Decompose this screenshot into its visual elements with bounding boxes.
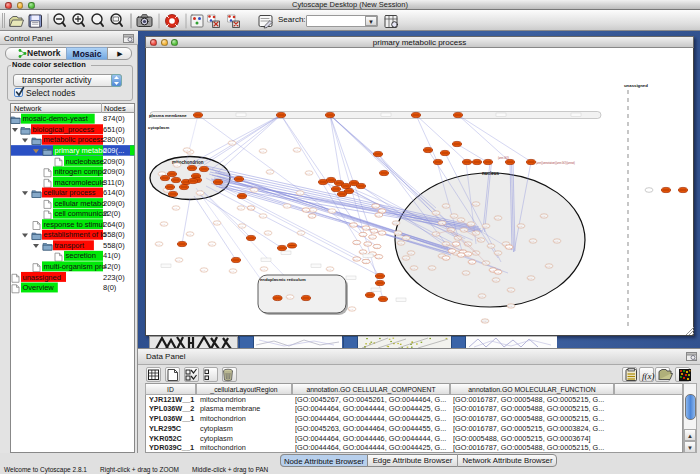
svg-text:(....): (....)	[506, 246, 510, 248]
svg-text:mosaic-demo-yeast: mosaic-demo-yeast	[23, 114, 89, 123]
svg-text:(....): (....)	[298, 232, 302, 234]
svg-text:209(0): 209(0)	[103, 167, 125, 176]
svg-text:(....): (....)	[403, 237, 407, 239]
svg-text:(....): (....)	[371, 230, 375, 232]
svg-text:41(0): 41(0)	[103, 251, 121, 260]
svg-text:transport: transport	[55, 241, 86, 250]
svg-text:(....): (....)	[261, 268, 265, 270]
svg-text:(....): (....)	[229, 142, 233, 144]
svg-text:(....): (....)	[508, 289, 512, 291]
svg-text:establishment of lo: establishment of lo	[44, 230, 107, 239]
svg-text:(....): (....)	[443, 257, 447, 259]
svg-text:(....): (....)	[297, 192, 301, 194]
svg-text:(....): (....)	[267, 171, 271, 173]
svg-text:biological_process: biological_process	[33, 125, 95, 134]
svg-text:(....): (....)	[184, 149, 188, 151]
svg-text:(....): (....)	[360, 234, 364, 236]
svg-text:558(0): 558(0)	[103, 230, 125, 239]
svg-text:cellular metabo: cellular metabo	[55, 199, 106, 208]
svg-text:874(0): 874(0)	[103, 114, 125, 123]
svg-text:614(0): 614(0)	[103, 188, 125, 197]
svg-text:(....): (....)	[546, 265, 550, 267]
svg-text:(....): (....)	[443, 205, 447, 207]
svg-text:(....): (....)	[161, 223, 165, 225]
svg-text:Overview: Overview	[23, 283, 55, 292]
svg-text:(....): (....)	[197, 192, 201, 194]
svg-text:(....): (....)	[351, 224, 355, 226]
svg-text:response to stimul: response to stimul	[44, 220, 105, 229]
svg-text:(....): (....)	[503, 243, 507, 245]
svg-text:(....): (....)	[306, 172, 310, 174]
svg-text:(....): (....)	[251, 189, 255, 191]
svg-text:(....): (....)	[463, 272, 467, 274]
svg-text:(....): (....)	[490, 269, 494, 271]
svg-text:(....): (....)	[354, 242, 358, 244]
svg-text:(....): (....)	[327, 268, 331, 270]
svg-text:209(0): 209(0)	[103, 199, 125, 208]
svg-text:(....): (....)	[379, 210, 383, 212]
svg-text:(....): (....)	[408, 252, 412, 254]
svg-text:primary metabo: primary metabo	[55, 146, 107, 155]
svg-text:(....): (....)	[354, 258, 358, 260]
svg-text:(....): (....)	[159, 173, 163, 175]
svg-text:cytoplasm: cytoplasm	[148, 125, 169, 130]
svg-text:(....): (....)	[465, 253, 469, 255]
svg-text:(....): (....)	[554, 240, 558, 242]
svg-text:(....): (....)	[303, 209, 307, 211]
svg-text:(....): (....)	[214, 222, 218, 224]
svg-text:264(0): 264(0)	[103, 220, 125, 229]
svg-text:280(0): 280(0)	[103, 135, 125, 144]
svg-text:558(0): 558(0)	[103, 241, 125, 250]
svg-text:42(0): 42(0)	[103, 262, 121, 271]
svg-text:(....): (....)	[176, 259, 180, 261]
svg-text:(....): (....)	[156, 243, 160, 245]
svg-text:(....): (....)	[349, 308, 353, 310]
svg-text:651(0): 651(0)	[103, 125, 125, 134]
svg-text:(....): (....)	[403, 257, 407, 259]
svg-text:(ann)(annotation)(ann.GO)(anno: (ann)(annotation)(ann.GO)(annot)	[536, 161, 575, 165]
svg-text:(....): (....)	[239, 225, 243, 227]
svg-text:(....): (....)	[260, 150, 264, 152]
svg-text:8(0): 8(0)	[103, 283, 117, 292]
svg-text:(....): (....)	[287, 296, 291, 298]
svg-text:209(...: 209(...	[103, 146, 124, 155]
svg-text:(....): (....)	[376, 214, 380, 216]
svg-text:(....): (....)	[395, 232, 399, 234]
svg-text:(....): (....)	[393, 222, 397, 224]
svg-text:(....): (....)	[309, 215, 313, 217]
svg-text:(....): (....)	[260, 215, 264, 217]
svg-text:209(0): 209(0)	[103, 157, 125, 166]
svg-text:f(x): f(x)	[642, 371, 655, 381]
svg-text:(....): (....)	[495, 271, 499, 273]
svg-text:(....): (....)	[373, 205, 377, 207]
svg-text:(....): (....)	[453, 243, 457, 245]
svg-text:(....): (....)	[248, 207, 252, 209]
svg-text:(....): (....)	[495, 217, 499, 219]
svg-text:(....): (....)	[479, 295, 483, 297]
svg-text:unassigned: unassigned	[23, 273, 61, 282]
svg-text:(....): (....)	[209, 243, 213, 245]
svg-text:(....): (....)	[468, 223, 472, 225]
svg-text:(....): (....)	[174, 164, 178, 166]
svg-text:(....): (....)	[265, 232, 269, 234]
svg-text:(....): (....)	[433, 212, 437, 214]
svg-text:(....): (....)	[451, 215, 455, 217]
svg-text:(....): (....)	[482, 320, 486, 322]
svg-text:(....): (....)	[429, 267, 433, 269]
svg-text:(....): (....)	[411, 267, 415, 269]
svg-text:(....): (....)	[365, 243, 369, 245]
svg-text:(....): (....)	[187, 233, 191, 235]
svg-text:(....): (....)	[449, 250, 453, 252]
svg-text:cell communicat: cell communicat	[55, 209, 110, 218]
svg-text:(....): (....)	[310, 209, 314, 211]
svg-text:(....): (....)	[458, 254, 462, 256]
svg-text:(....): (....)	[541, 215, 545, 217]
svg-text:(....): (....)	[173, 207, 177, 209]
svg-text:(....): (....)	[495, 252, 499, 254]
svg-text:(....): (....)	[201, 269, 205, 271]
svg-text:(....): (....)	[461, 229, 465, 231]
svg-text:(....): (....)	[294, 149, 298, 151]
svg-text:223(0): 223(0)	[103, 273, 125, 282]
svg-text:nucleobase-: nucleobase-	[66, 157, 107, 166]
svg-text:(....): (....)	[469, 261, 473, 263]
